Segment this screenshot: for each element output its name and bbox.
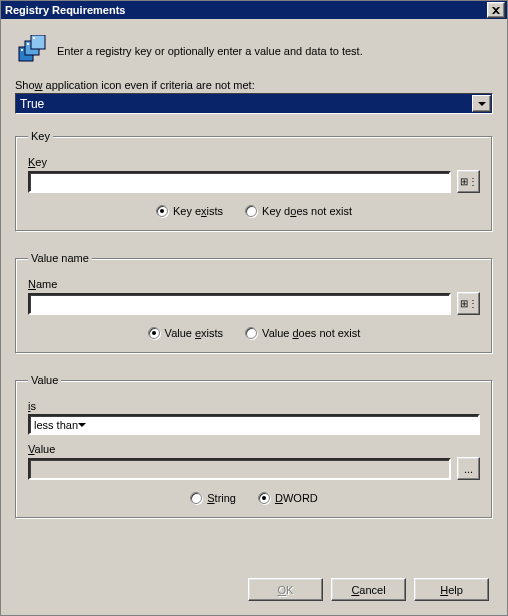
radio-icon bbox=[245, 205, 257, 217]
svg-rect-3 bbox=[27, 43, 29, 45]
chevron-down-icon bbox=[78, 423, 86, 427]
value-browse-button[interactable]: ... bbox=[457, 457, 480, 480]
key-label: Key bbox=[28, 156, 480, 168]
key-input[interactable] bbox=[28, 171, 451, 193]
help-button[interactable]: Help bbox=[414, 578, 489, 601]
titlebar: Registry Requirements bbox=[1, 1, 507, 19]
key-exists-radio[interactable]: Key exists bbox=[156, 205, 223, 217]
is-label: is bbox=[28, 400, 480, 412]
name-input[interactable] bbox=[28, 293, 451, 315]
intro-row: Enter a registry key or optionally enter… bbox=[15, 35, 493, 67]
key-not-exists-radio[interactable]: Key does not exist bbox=[245, 205, 352, 217]
chevron-down-icon bbox=[478, 102, 486, 106]
radio-icon bbox=[258, 492, 270, 504]
show-icon-combo-button[interactable] bbox=[472, 95, 491, 112]
value-group: Value is less than Value ... bbox=[15, 374, 493, 519]
ellipsis-icon: ... bbox=[464, 463, 473, 475]
close-button[interactable] bbox=[487, 2, 505, 18]
close-icon bbox=[492, 7, 500, 14]
dword-radio[interactable]: DWORD bbox=[258, 492, 318, 504]
value-name-radio-row: Value exists Value does not exist bbox=[28, 327, 480, 339]
value-input[interactable] bbox=[28, 458, 451, 480]
svg-rect-5 bbox=[21, 49, 23, 51]
radio-icon bbox=[245, 327, 257, 339]
registry-icon bbox=[15, 35, 47, 67]
intro-text: Enter a registry key or optionally enter… bbox=[57, 44, 363, 58]
key-group: Key Key ⊞⋮ Key exists Key does not exist bbox=[15, 130, 493, 232]
key-group-legend: Key bbox=[28, 130, 53, 142]
show-icon-combo[interactable]: True bbox=[15, 93, 493, 114]
radio-icon bbox=[156, 205, 168, 217]
show-icon-value: True bbox=[20, 97, 44, 111]
value-exists-radio[interactable]: Value exists bbox=[148, 327, 224, 339]
dialog-window: Registry Requirements Enter a registry k… bbox=[0, 0, 508, 616]
client-area: Enter a registry key or optionally enter… bbox=[1, 19, 507, 549]
value-type-radio-row: String DWORD bbox=[28, 492, 480, 504]
comparison-combo[interactable]: less than bbox=[28, 414, 480, 435]
value-name-group: Value name Name ⊞⋮ Value exists Value do… bbox=[15, 252, 493, 354]
key-browse-button[interactable]: ⊞⋮ bbox=[457, 170, 480, 193]
ok-button[interactable]: OK bbox=[248, 578, 323, 601]
show-icon-label: Show application icon even if criteria a… bbox=[15, 79, 493, 91]
cancel-button[interactable]: Cancel bbox=[331, 578, 406, 601]
value-label: Value bbox=[28, 443, 480, 455]
comparison-value: less than bbox=[34, 419, 78, 431]
name-browse-button[interactable]: ⊞⋮ bbox=[457, 292, 480, 315]
dialog-button-row: OK Cancel Help bbox=[248, 578, 489, 601]
svg-rect-4 bbox=[33, 37, 35, 39]
value-name-group-legend: Value name bbox=[28, 252, 92, 264]
value-not-exists-radio[interactable]: Value does not exist bbox=[245, 327, 360, 339]
key-radio-row: Key exists Key does not exist bbox=[28, 205, 480, 217]
tree-browse-icon: ⊞⋮ bbox=[460, 300, 478, 308]
tree-browse-icon: ⊞⋮ bbox=[460, 178, 478, 186]
radio-icon bbox=[190, 492, 202, 504]
comparison-combo-button[interactable] bbox=[78, 423, 86, 427]
value-group-legend: Value bbox=[28, 374, 61, 386]
name-label: Name bbox=[28, 278, 480, 290]
string-radio[interactable]: String bbox=[190, 492, 236, 504]
radio-icon bbox=[148, 327, 160, 339]
window-title: Registry Requirements bbox=[5, 4, 125, 16]
